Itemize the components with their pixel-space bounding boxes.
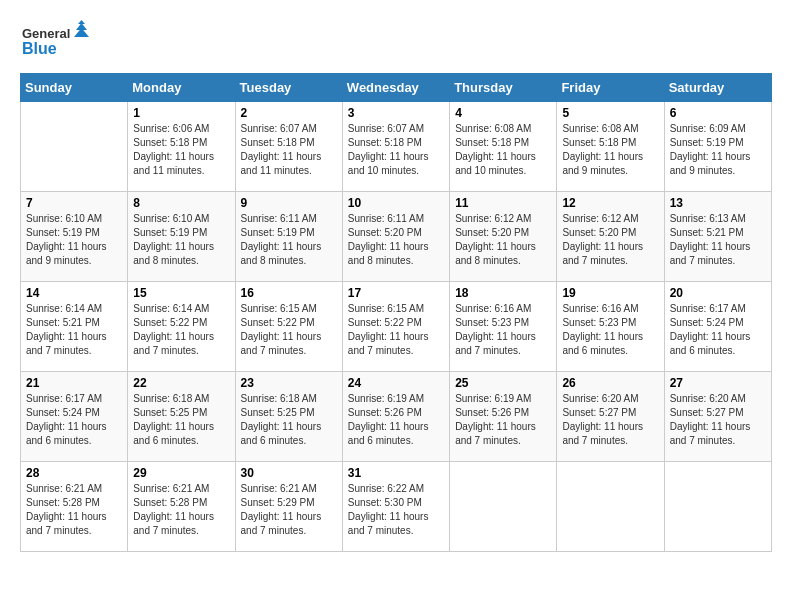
day-cell: 22Sunrise: 6:18 AM Sunset: 5:25 PM Dayli… xyxy=(128,372,235,462)
day-cell: 17Sunrise: 6:15 AM Sunset: 5:22 PM Dayli… xyxy=(342,282,449,372)
day-cell: 20Sunrise: 6:17 AM Sunset: 5:24 PM Dayli… xyxy=(664,282,771,372)
day-number: 9 xyxy=(241,196,337,210)
day-cell: 27Sunrise: 6:20 AM Sunset: 5:27 PM Dayli… xyxy=(664,372,771,462)
day-info: Sunrise: 6:18 AM Sunset: 5:25 PM Dayligh… xyxy=(133,392,229,448)
day-info: Sunrise: 6:19 AM Sunset: 5:26 PM Dayligh… xyxy=(455,392,551,448)
day-number: 16 xyxy=(241,286,337,300)
day-cell: 1Sunrise: 6:06 AM Sunset: 5:18 PM Daylig… xyxy=(128,102,235,192)
day-number: 18 xyxy=(455,286,551,300)
day-number: 15 xyxy=(133,286,229,300)
weekday-wednesday: Wednesday xyxy=(342,74,449,102)
day-info: Sunrise: 6:14 AM Sunset: 5:22 PM Dayligh… xyxy=(133,302,229,358)
day-info: Sunrise: 6:21 AM Sunset: 5:28 PM Dayligh… xyxy=(26,482,122,538)
day-cell: 6Sunrise: 6:09 AM Sunset: 5:19 PM Daylig… xyxy=(664,102,771,192)
day-cell xyxy=(21,102,128,192)
logo: General Blue xyxy=(20,20,90,65)
day-info: Sunrise: 6:11 AM Sunset: 5:20 PM Dayligh… xyxy=(348,212,444,268)
day-info: Sunrise: 6:18 AM Sunset: 5:25 PM Dayligh… xyxy=(241,392,337,448)
day-cell: 14Sunrise: 6:14 AM Sunset: 5:21 PM Dayli… xyxy=(21,282,128,372)
day-info: Sunrise: 6:17 AM Sunset: 5:24 PM Dayligh… xyxy=(670,302,766,358)
week-row-1: 1Sunrise: 6:06 AM Sunset: 5:18 PM Daylig… xyxy=(21,102,772,192)
day-number: 22 xyxy=(133,376,229,390)
day-cell: 18Sunrise: 6:16 AM Sunset: 5:23 PM Dayli… xyxy=(450,282,557,372)
day-cell: 31Sunrise: 6:22 AM Sunset: 5:30 PM Dayli… xyxy=(342,462,449,552)
day-number: 26 xyxy=(562,376,658,390)
week-row-2: 7Sunrise: 6:10 AM Sunset: 5:19 PM Daylig… xyxy=(21,192,772,282)
day-number: 4 xyxy=(455,106,551,120)
weekday-sunday: Sunday xyxy=(21,74,128,102)
day-info: Sunrise: 6:14 AM Sunset: 5:21 PM Dayligh… xyxy=(26,302,122,358)
day-info: Sunrise: 6:08 AM Sunset: 5:18 PM Dayligh… xyxy=(562,122,658,178)
day-cell: 24Sunrise: 6:19 AM Sunset: 5:26 PM Dayli… xyxy=(342,372,449,462)
weekday-thursday: Thursday xyxy=(450,74,557,102)
day-cell: 21Sunrise: 6:17 AM Sunset: 5:24 PM Dayli… xyxy=(21,372,128,462)
day-info: Sunrise: 6:20 AM Sunset: 5:27 PM Dayligh… xyxy=(670,392,766,448)
day-cell: 23Sunrise: 6:18 AM Sunset: 5:25 PM Dayli… xyxy=(235,372,342,462)
day-cell: 30Sunrise: 6:21 AM Sunset: 5:29 PM Dayli… xyxy=(235,462,342,552)
day-cell: 9Sunrise: 6:11 AM Sunset: 5:19 PM Daylig… xyxy=(235,192,342,282)
day-info: Sunrise: 6:08 AM Sunset: 5:18 PM Dayligh… xyxy=(455,122,551,178)
day-info: Sunrise: 6:20 AM Sunset: 5:27 PM Dayligh… xyxy=(562,392,658,448)
day-number: 6 xyxy=(670,106,766,120)
day-cell: 13Sunrise: 6:13 AM Sunset: 5:21 PM Dayli… xyxy=(664,192,771,282)
day-cell xyxy=(557,462,664,552)
day-number: 27 xyxy=(670,376,766,390)
day-number: 25 xyxy=(455,376,551,390)
week-row-3: 14Sunrise: 6:14 AM Sunset: 5:21 PM Dayli… xyxy=(21,282,772,372)
day-cell: 3Sunrise: 6:07 AM Sunset: 5:18 PM Daylig… xyxy=(342,102,449,192)
day-number: 2 xyxy=(241,106,337,120)
svg-marker-4 xyxy=(74,28,89,37)
day-cell: 11Sunrise: 6:12 AM Sunset: 5:20 PM Dayli… xyxy=(450,192,557,282)
calendar-body: 1Sunrise: 6:06 AM Sunset: 5:18 PM Daylig… xyxy=(21,102,772,552)
day-info: Sunrise: 6:07 AM Sunset: 5:18 PM Dayligh… xyxy=(348,122,444,178)
weekday-saturday: Saturday xyxy=(664,74,771,102)
day-number: 13 xyxy=(670,196,766,210)
day-info: Sunrise: 6:15 AM Sunset: 5:22 PM Dayligh… xyxy=(241,302,337,358)
day-number: 29 xyxy=(133,466,229,480)
day-info: Sunrise: 6:12 AM Sunset: 5:20 PM Dayligh… xyxy=(455,212,551,268)
day-cell: 15Sunrise: 6:14 AM Sunset: 5:22 PM Dayli… xyxy=(128,282,235,372)
day-number: 1 xyxy=(133,106,229,120)
day-number: 10 xyxy=(348,196,444,210)
day-number: 14 xyxy=(26,286,122,300)
weekday-friday: Friday xyxy=(557,74,664,102)
day-number: 24 xyxy=(348,376,444,390)
day-info: Sunrise: 6:21 AM Sunset: 5:29 PM Dayligh… xyxy=(241,482,337,538)
svg-text:General: General xyxy=(22,26,70,41)
weekday-monday: Monday xyxy=(128,74,235,102)
day-info: Sunrise: 6:17 AM Sunset: 5:24 PM Dayligh… xyxy=(26,392,122,448)
day-cell: 4Sunrise: 6:08 AM Sunset: 5:18 PM Daylig… xyxy=(450,102,557,192)
logo-svg: General Blue xyxy=(20,20,90,65)
calendar-table: SundayMondayTuesdayWednesdayThursdayFrid… xyxy=(20,73,772,552)
day-cell: 2Sunrise: 6:07 AM Sunset: 5:18 PM Daylig… xyxy=(235,102,342,192)
day-number: 31 xyxy=(348,466,444,480)
day-number: 8 xyxy=(133,196,229,210)
svg-text:Blue: Blue xyxy=(22,40,57,57)
day-number: 7 xyxy=(26,196,122,210)
day-number: 19 xyxy=(562,286,658,300)
day-info: Sunrise: 6:15 AM Sunset: 5:22 PM Dayligh… xyxy=(348,302,444,358)
day-info: Sunrise: 6:13 AM Sunset: 5:21 PM Dayligh… xyxy=(670,212,766,268)
day-cell: 7Sunrise: 6:10 AM Sunset: 5:19 PM Daylig… xyxy=(21,192,128,282)
weekday-header-row: SundayMondayTuesdayWednesdayThursdayFrid… xyxy=(21,74,772,102)
day-cell: 25Sunrise: 6:19 AM Sunset: 5:26 PM Dayli… xyxy=(450,372,557,462)
day-cell: 5Sunrise: 6:08 AM Sunset: 5:18 PM Daylig… xyxy=(557,102,664,192)
day-info: Sunrise: 6:19 AM Sunset: 5:26 PM Dayligh… xyxy=(348,392,444,448)
day-info: Sunrise: 6:09 AM Sunset: 5:19 PM Dayligh… xyxy=(670,122,766,178)
day-info: Sunrise: 6:12 AM Sunset: 5:20 PM Dayligh… xyxy=(562,212,658,268)
day-info: Sunrise: 6:11 AM Sunset: 5:19 PM Dayligh… xyxy=(241,212,337,268)
day-info: Sunrise: 6:16 AM Sunset: 5:23 PM Dayligh… xyxy=(562,302,658,358)
day-info: Sunrise: 6:10 AM Sunset: 5:19 PM Dayligh… xyxy=(133,212,229,268)
day-cell: 28Sunrise: 6:21 AM Sunset: 5:28 PM Dayli… xyxy=(21,462,128,552)
day-cell: 29Sunrise: 6:21 AM Sunset: 5:28 PM Dayli… xyxy=(128,462,235,552)
day-number: 17 xyxy=(348,286,444,300)
day-number: 23 xyxy=(241,376,337,390)
day-number: 5 xyxy=(562,106,658,120)
day-number: 30 xyxy=(241,466,337,480)
day-info: Sunrise: 6:22 AM Sunset: 5:30 PM Dayligh… xyxy=(348,482,444,538)
day-cell: 19Sunrise: 6:16 AM Sunset: 5:23 PM Dayli… xyxy=(557,282,664,372)
day-number: 20 xyxy=(670,286,766,300)
day-info: Sunrise: 6:07 AM Sunset: 5:18 PM Dayligh… xyxy=(241,122,337,178)
week-row-5: 28Sunrise: 6:21 AM Sunset: 5:28 PM Dayli… xyxy=(21,462,772,552)
day-info: Sunrise: 6:21 AM Sunset: 5:28 PM Dayligh… xyxy=(133,482,229,538)
